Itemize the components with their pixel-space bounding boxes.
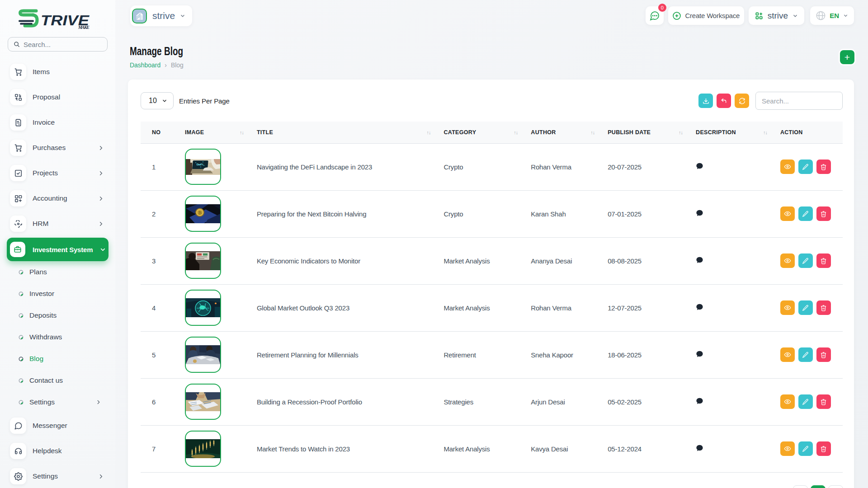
svg-text:MAKE: MAKE xyxy=(78,25,90,30)
svg-text:₿: ₿ xyxy=(198,210,202,215)
svg-text:DeFi: DeFi xyxy=(197,163,203,166)
